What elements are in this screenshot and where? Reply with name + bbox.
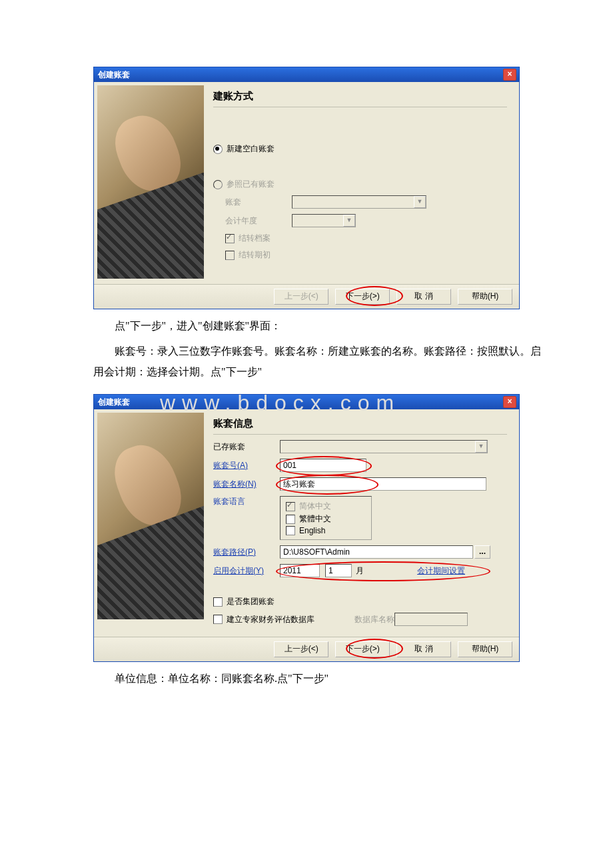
chevron-down-icon: ▼ (414, 196, 426, 208)
label-db-name: 数据库名称 (354, 614, 394, 625)
radio-ref-existing-row: 参照已有账套 (213, 179, 507, 190)
label-account-no[interactable]: 账套号(A) (213, 460, 280, 471)
combo-fiscal-year: ▼ (292, 214, 356, 227)
chk-expert-db-row[interactable]: 建立专家财务评估数据库 数据库名称 (213, 613, 507, 626)
paragraph-1: 点"下一步"，进入"创建账套"界面： (93, 316, 541, 336)
account-path-input[interactable] (280, 545, 473, 559)
account-no-input[interactable] (280, 459, 366, 472)
chk-group-row[interactable]: 是否集团账套 (213, 596, 507, 607)
label-account: 账套 (225, 197, 292, 208)
cancel-button[interactable]: 取 消 (396, 289, 451, 305)
radio-unselected-icon (213, 180, 223, 189)
wizard-heading: 建账方式 (213, 89, 507, 107)
wizard-heading: 账套信息 (213, 416, 507, 435)
account-name-input[interactable] (280, 477, 486, 491)
radio-new-blank-label: 新建空白账套 (227, 143, 275, 155)
button-row-2: 上一步(<) 下一步(>) 取 消 帮助(H) (94, 637, 519, 661)
close-icon[interactable]: × (503, 69, 516, 81)
button-row-1: 上一步(<) 下一步(>) 取 消 帮助(H) (94, 284, 519, 309)
db-name-input (394, 613, 468, 626)
dialog-create-account-2: 创建账套 × 账套信息 已存账套 ▼ 账套号(A) (93, 394, 520, 662)
cancel-button[interactable]: 取 消 (396, 641, 451, 657)
lang-zh-cn-label: 简体中文 (299, 501, 331, 512)
dialog-create-account-1: 创建账套 × 建账方式 新建空白账套 参照已有账套 (93, 67, 520, 309)
lang-en-row[interactable]: English (286, 526, 366, 535)
lang-zh-tw-label: 繁體中文 (299, 513, 331, 525)
chk-carry-opening-row: 结转期初 (213, 249, 507, 261)
prev-button[interactable]: 上一步(<) (274, 641, 328, 657)
lang-en-label: English (299, 526, 325, 535)
label-existing-account: 已存账套 (213, 441, 280, 453)
window-title: 创建账套 (97, 69, 130, 81)
combo-account: ▼ (292, 195, 426, 209)
checkbox-unchecked-icon[interactable] (213, 597, 223, 607)
lang-zh-cn-row: 简体中文 (286, 501, 366, 512)
label-start-period[interactable]: 启用会计期(Y) (213, 565, 280, 577)
label-fiscal-year: 会计年度 (225, 215, 292, 227)
next-button[interactable]: 下一步(>) (335, 289, 390, 305)
prev-button: 上一步(<) (274, 289, 328, 305)
checkbox-unchecked-icon (225, 251, 235, 260)
start-year-input[interactable] (280, 564, 320, 577)
window-title: 创建账套 (97, 397, 130, 408)
checkbox-checked-icon (225, 234, 235, 243)
chk-group-label: 是否集团账套 (227, 596, 275, 607)
checkbox-unchecked-icon[interactable] (286, 515, 295, 524)
label-account-path[interactable]: 账套路径(P) (213, 547, 280, 558)
checkbox-checked-icon (286, 502, 295, 511)
chk-carry-archive-label: 结转档案 (239, 233, 271, 244)
checkbox-unchecked-icon[interactable] (213, 615, 223, 624)
label-account-lang: 账套语言 (213, 496, 280, 507)
next-button[interactable]: 下一步(>) (335, 641, 390, 657)
titlebar-1: 创建账套 × (94, 67, 519, 82)
radio-selected-icon[interactable] (213, 145, 223, 154)
checkbox-unchecked-icon[interactable] (286, 526, 295, 535)
lang-zh-tw-row[interactable]: 繁體中文 (286, 513, 366, 525)
radio-ref-existing-label: 参照已有账套 (227, 179, 275, 190)
lang-group: 简体中文 繁體中文 English (280, 496, 372, 540)
period-setting-link[interactable]: 会计期间设置 (417, 565, 465, 577)
close-icon[interactable]: × (503, 396, 516, 408)
titlebar-2: 创建账套 × (94, 395, 519, 409)
chevron-down-icon: ▼ (343, 215, 355, 227)
chevron-down-icon: ▼ (475, 441, 487, 453)
month-suffix: 月 (356, 565, 364, 577)
label-account-name[interactable]: 账套名称(N) (213, 479, 280, 490)
help-button[interactable]: 帮助(H) (458, 289, 512, 305)
start-month-input[interactable] (325, 564, 352, 577)
browse-button[interactable]: ... (474, 545, 490, 559)
chk-expert-db-label: 建立专家财务评估数据库 (227, 614, 314, 625)
radio-new-blank-row[interactable]: 新建空白账套 (213, 143, 507, 155)
chk-carry-opening-label: 结转期初 (239, 249, 271, 261)
help-button[interactable]: 帮助(H) (458, 641, 512, 657)
wizard-illustration (97, 413, 204, 619)
chk-carry-archive-row: 结转档案 (213, 233, 507, 244)
combo-existing-account: ▼ (280, 440, 488, 453)
paragraph-3: 单位信息：单位名称：同账套名称.点"下一步" (93, 669, 541, 689)
paragraph-2: 账套号：录入三位数字作账套号。账套名称：所建立账套的名称。账套路径：按照默认。启… (93, 341, 541, 382)
wizard-illustration (97, 85, 204, 279)
